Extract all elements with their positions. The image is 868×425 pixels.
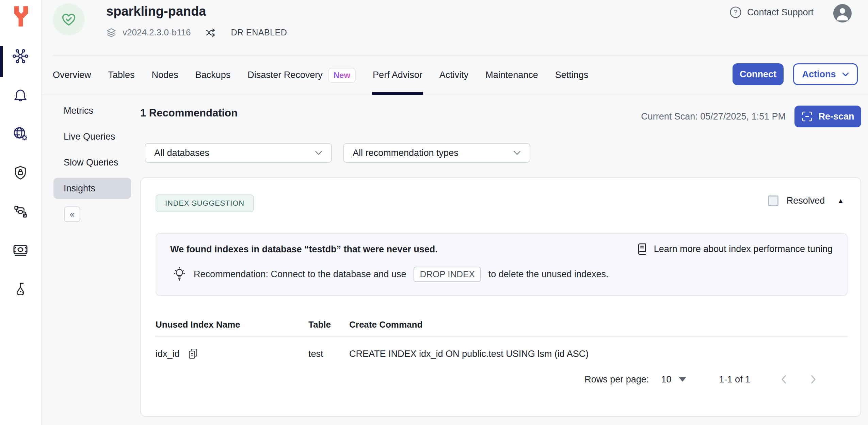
collapse-sidebar-button[interactable]: «: [64, 206, 80, 222]
index-suggestion-tag: INDEX SUGGESTION: [156, 194, 254, 212]
cluster-name: sparkling-panda: [106, 4, 206, 19]
recommendation-summary: We found indexes in database “testdb” th…: [170, 244, 438, 255]
flask-icon[interactable]: [12, 281, 29, 298]
nav-item-metrics[interactable]: Metrics: [53, 100, 131, 121]
recommendation-card: INDEX SUGGESTION Resolved ▲ We found ind…: [140, 177, 861, 417]
table-cell-table: test: [308, 349, 349, 359]
workflow-icon[interactable]: [12, 203, 29, 220]
tab-nodes[interactable]: Nodes: [152, 56, 178, 95]
previous-page-icon[interactable]: [781, 375, 787, 384]
copy-icon[interactable]: [188, 348, 198, 360]
pagination: Rows per page: 10 1-1 of 1: [584, 372, 816, 387]
tab-disaster-recovery[interactable]: Disaster Recovery New: [247, 56, 356, 95]
column-header-table: Table: [308, 319, 349, 330]
table-cell-create-command: CREATE INDEX idx_id ON public.test USING…: [349, 349, 589, 359]
nav-item-slow-queries[interactable]: Slow Queries: [53, 152, 131, 173]
new-badge: New: [328, 68, 356, 83]
chevron-down-icon: [842, 72, 849, 77]
next-page-icon[interactable]: [810, 375, 816, 384]
book-icon: [636, 243, 648, 255]
learn-more-link[interactable]: Learn more about index performance tunin…: [636, 243, 833, 255]
perf-advisor-nav: Metrics Live Queries Slow Queries Insigh…: [42, 95, 141, 222]
rows-per-page-dropdown-icon[interactable]: [679, 377, 686, 382]
dr-status-badge: DR ENABLED: [231, 28, 287, 37]
advice-text-suffix: to delete the unused indexes.: [488, 269, 609, 280]
cluster-tabbar: Overview Tables Nodes Backups Disaster R…: [42, 56, 868, 95]
heart-check-icon: [60, 11, 78, 28]
unused-index-table-header: Unused Index Name Table Create Command: [156, 319, 848, 330]
chevron-down-icon: [513, 151, 521, 155]
tab-activity[interactable]: Activity: [439, 56, 469, 95]
advice-text-prefix: Recommendation: Connect to the database …: [194, 269, 406, 280]
rows-per-page-value[interactable]: 10: [661, 374, 671, 385]
user-avatar[interactable]: [833, 4, 852, 22]
column-header-create-command: Create Command: [349, 319, 422, 330]
bell-icon[interactable]: [12, 86, 29, 104]
cluster-header: sparkling-panda v2024.2.3.0-b116 DR ENAB…: [42, 0, 868, 56]
tab-maintenance[interactable]: Maintenance: [485, 56, 538, 95]
column-header-index-name: Unused Index Name: [156, 319, 308, 330]
dr-shuffle-icon: [206, 28, 216, 37]
nav-item-live-queries[interactable]: Live Queries: [53, 126, 131, 147]
cluster-icon[interactable]: [12, 48, 29, 65]
database-filter-select[interactable]: All databases: [145, 143, 332, 163]
recommendation-type-filter-select[interactable]: All recommendation types: [343, 143, 530, 163]
table-row: idx_id test CREATE INDEX idx_id ON publi…: [156, 348, 848, 360]
contact-support-label: Contact Support: [747, 7, 814, 18]
cluster-version: v2024.2.3.0-b116: [123, 27, 191, 38]
resolved-checkbox[interactable]: [768, 195, 778, 206]
tab-overview[interactable]: Overview: [53, 56, 91, 95]
resolved-label: Resolved: [787, 195, 825, 206]
perf-advisor-page: sparkling-panda v2024.2.3.0-b116 DR ENAB…: [0, 0, 868, 425]
tab-perf-advisor[interactable]: Perf Advisor: [373, 56, 422, 95]
tab-backups[interactable]: Backups: [195, 56, 231, 95]
current-scan-timestamp: Current Scan: 05/27/2025, 1:51 PM: [641, 111, 786, 122]
billing-icon[interactable]: [12, 242, 29, 259]
drop-index-code-chip: DROP INDEX: [414, 267, 481, 282]
recommendation-info-box: We found indexes in database “testdb” th…: [156, 233, 848, 296]
unused-index-name: idx_id: [156, 349, 180, 359]
tab-settings[interactable]: Settings: [555, 56, 589, 95]
table-divider: [156, 336, 848, 337]
rescan-button[interactable]: Re-scan: [794, 106, 861, 127]
collapse-card-caret-icon[interactable]: ▲: [837, 197, 844, 205]
recommendation-count-heading: 1 Recommendation: [140, 107, 238, 119]
shield-lock-icon[interactable]: [12, 164, 29, 181]
globe-gear-icon[interactable]: [12, 125, 29, 142]
connect-button[interactable]: Connect: [733, 63, 784, 85]
help-icon: ?: [729, 6, 742, 18]
lightbulb-icon: [173, 267, 186, 282]
nav-item-insights[interactable]: Insights: [53, 178, 131, 199]
contact-support-link[interactable]: ? Contact Support: [729, 6, 814, 18]
pagination-range: 1-1 of 1: [719, 374, 750, 385]
version-layers-icon: [106, 28, 116, 38]
rows-per-page-label: Rows per page:: [584, 374, 649, 385]
icon-rail: [0, 0, 42, 425]
yugabyte-logo[interactable]: [12, 5, 31, 27]
collapse-icon: «: [70, 209, 75, 220]
actions-button[interactable]: Actions: [793, 63, 858, 85]
scan-frame-icon: [801, 111, 813, 122]
svg-text:?: ?: [734, 9, 738, 16]
chevron-down-icon: [315, 151, 322, 155]
health-badge: [53, 3, 85, 35]
tab-tables[interactable]: Tables: [108, 56, 135, 95]
